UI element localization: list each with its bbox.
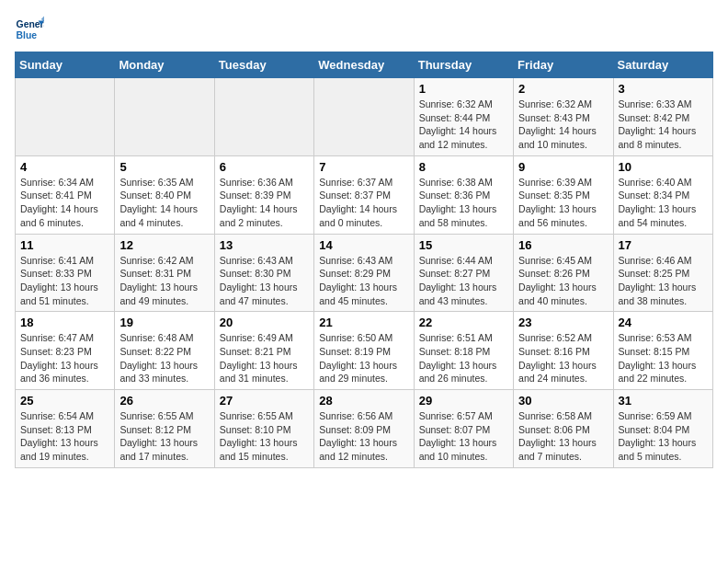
- day-number: 2: [518, 82, 608, 96]
- day-info: Sunrise: 6:43 AMSunset: 8:29 PMDaylight:…: [319, 254, 408, 308]
- day-number: 18: [20, 316, 109, 329]
- day-number: 3: [619, 82, 708, 96]
- day-info: Sunrise: 6:44 AMSunset: 8:27 PMDaylight:…: [419, 254, 508, 308]
- day-number: 31: [619, 394, 708, 408]
- header-thursday: Thursday: [414, 52, 513, 78]
- day-info: Sunrise: 6:36 AMSunset: 8:39 PMDaylight:…: [220, 176, 309, 230]
- day-number: 21: [319, 316, 408, 329]
- day-number: 9: [518, 160, 608, 174]
- calendar-cell: 5Sunrise: 6:35 AMSunset: 8:40 PMDaylight…: [115, 155, 214, 234]
- day-info: Sunrise: 6:53 AMSunset: 8:15 PMDaylight:…: [619, 331, 708, 385]
- calendar-header-row: SundayMondayTuesdayWednesdayThursdayFrid…: [16, 52, 713, 78]
- day-info: Sunrise: 6:39 AMSunset: 8:35 PMDaylight:…: [518, 176, 608, 230]
- day-number: 25: [20, 394, 109, 408]
- header-saturday: Saturday: [613, 52, 712, 78]
- day-number: 10: [619, 160, 708, 174]
- calendar-cell: 16Sunrise: 6:45 AMSunset: 8:26 PMDayligh…: [514, 234, 613, 312]
- day-number: 30: [518, 394, 608, 408]
- day-info: Sunrise: 6:37 AMSunset: 8:37 PMDaylight:…: [319, 176, 408, 230]
- logo: General Blue: [15, 15, 48, 44]
- day-info: Sunrise: 6:41 AMSunset: 8:33 PMDaylight:…: [20, 254, 109, 308]
- calendar-cell: 18Sunrise: 6:47 AMSunset: 8:23 PMDayligh…: [16, 312, 115, 390]
- day-info: Sunrise: 6:56 AMSunset: 8:09 PMDaylight:…: [319, 409, 408, 464]
- day-info: Sunrise: 6:48 AMSunset: 8:22 PMDaylight:…: [119, 331, 209, 385]
- day-info: Sunrise: 6:52 AMSunset: 8:16 PMDaylight:…: [518, 331, 608, 385]
- calendar-week-3: 11Sunrise: 6:41 AMSunset: 8:33 PMDayligh…: [16, 234, 713, 312]
- calendar-cell: 8Sunrise: 6:38 AMSunset: 8:36 PMDaylight…: [414, 155, 513, 234]
- calendar-cell: [314, 78, 414, 156]
- day-number: 22: [419, 316, 508, 329]
- calendar-cell: 17Sunrise: 6:46 AMSunset: 8:25 PMDayligh…: [613, 234, 712, 312]
- calendar-cell: [115, 78, 214, 156]
- calendar-cell: 4Sunrise: 6:34 AMSunset: 8:41 PMDaylight…: [16, 155, 115, 234]
- day-number: 11: [20, 238, 109, 252]
- calendar-week-5: 25Sunrise: 6:54 AMSunset: 8:13 PMDayligh…: [16, 390, 713, 468]
- day-number: 20: [220, 316, 309, 329]
- day-number: 19: [119, 316, 209, 329]
- day-info: Sunrise: 6:42 AMSunset: 8:31 PMDaylight:…: [119, 254, 209, 308]
- header-wednesday: Wednesday: [314, 52, 414, 78]
- calendar-cell: 2Sunrise: 6:32 AMSunset: 8:43 PMDaylight…: [514, 78, 613, 156]
- calendar-cell: 10Sunrise: 6:40 AMSunset: 8:34 PMDayligh…: [613, 155, 712, 234]
- calendar-cell: 30Sunrise: 6:58 AMSunset: 8:06 PMDayligh…: [514, 390, 613, 468]
- day-info: Sunrise: 6:46 AMSunset: 8:25 PMDaylight:…: [619, 254, 708, 308]
- calendar-cell: 24Sunrise: 6:53 AMSunset: 8:15 PMDayligh…: [613, 312, 712, 390]
- calendar-cell: 13Sunrise: 6:43 AMSunset: 8:30 PMDayligh…: [214, 234, 313, 312]
- calendar-cell: 14Sunrise: 6:43 AMSunset: 8:29 PMDayligh…: [314, 234, 414, 312]
- page-header: General Blue: [15, 15, 713, 44]
- calendar-cell: 29Sunrise: 6:57 AMSunset: 8:07 PMDayligh…: [414, 390, 513, 468]
- day-number: 29: [419, 394, 508, 408]
- header-monday: Monday: [115, 52, 214, 78]
- day-number: 26: [119, 394, 209, 408]
- calendar-cell: 12Sunrise: 6:42 AMSunset: 8:31 PMDayligh…: [115, 234, 214, 312]
- calendar-cell: 27Sunrise: 6:55 AMSunset: 8:10 PMDayligh…: [214, 390, 313, 468]
- calendar-cell: [214, 78, 313, 156]
- day-number: 23: [518, 316, 608, 329]
- day-number: 15: [419, 238, 508, 252]
- calendar-cell: 31Sunrise: 6:59 AMSunset: 8:04 PMDayligh…: [613, 390, 712, 468]
- day-info: Sunrise: 6:40 AMSunset: 8:34 PMDaylight:…: [619, 176, 708, 230]
- calendar-cell: 20Sunrise: 6:49 AMSunset: 8:21 PMDayligh…: [214, 312, 313, 390]
- day-info: Sunrise: 6:59 AMSunset: 8:04 PMDaylight:…: [619, 409, 708, 464]
- day-info: Sunrise: 6:50 AMSunset: 8:19 PMDaylight:…: [319, 331, 408, 385]
- day-info: Sunrise: 6:38 AMSunset: 8:36 PMDaylight:…: [419, 176, 508, 230]
- calendar-cell: 6Sunrise: 6:36 AMSunset: 8:39 PMDaylight…: [214, 155, 313, 234]
- calendar-cell: 3Sunrise: 6:33 AMSunset: 8:42 PMDaylight…: [613, 78, 712, 156]
- header-friday: Friday: [514, 52, 613, 78]
- calendar-cell: 28Sunrise: 6:56 AMSunset: 8:09 PMDayligh…: [314, 390, 414, 468]
- day-number: 5: [119, 160, 209, 174]
- calendar-cell: 22Sunrise: 6:51 AMSunset: 8:18 PMDayligh…: [414, 312, 513, 390]
- day-info: Sunrise: 6:43 AMSunset: 8:30 PMDaylight:…: [220, 254, 309, 308]
- day-info: Sunrise: 6:47 AMSunset: 8:23 PMDaylight:…: [20, 331, 109, 385]
- calendar-cell: 19Sunrise: 6:48 AMSunset: 8:22 PMDayligh…: [115, 312, 214, 390]
- day-info: Sunrise: 6:51 AMSunset: 8:18 PMDaylight:…: [419, 331, 508, 385]
- day-number: 27: [220, 394, 309, 408]
- calendar-week-2: 4Sunrise: 6:34 AMSunset: 8:41 PMDaylight…: [16, 155, 713, 234]
- calendar-cell: 11Sunrise: 6:41 AMSunset: 8:33 PMDayligh…: [16, 234, 115, 312]
- day-number: 12: [119, 238, 209, 252]
- svg-text:Blue: Blue: [17, 30, 38, 40]
- day-number: 8: [419, 160, 508, 174]
- day-info: Sunrise: 6:35 AMSunset: 8:40 PMDaylight:…: [119, 176, 209, 230]
- day-number: 13: [220, 238, 309, 252]
- day-number: 1: [419, 82, 508, 96]
- calendar-cell: 26Sunrise: 6:55 AMSunset: 8:12 PMDayligh…: [115, 390, 214, 468]
- calendar-cell: 7Sunrise: 6:37 AMSunset: 8:37 PMDaylight…: [314, 155, 414, 234]
- day-number: 17: [619, 238, 708, 252]
- day-info: Sunrise: 6:58 AMSunset: 8:06 PMDaylight:…: [518, 409, 608, 464]
- day-info: Sunrise: 6:55 AMSunset: 8:10 PMDaylight:…: [220, 409, 309, 464]
- calendar-week-4: 18Sunrise: 6:47 AMSunset: 8:23 PMDayligh…: [16, 312, 713, 390]
- logo-icon: General Blue: [15, 15, 44, 44]
- calendar-cell: 25Sunrise: 6:54 AMSunset: 8:13 PMDayligh…: [16, 390, 115, 468]
- day-info: Sunrise: 6:32 AMSunset: 8:43 PMDaylight:…: [518, 98, 608, 152]
- day-info: Sunrise: 6:55 AMSunset: 8:12 PMDaylight:…: [119, 409, 209, 464]
- day-info: Sunrise: 6:49 AMSunset: 8:21 PMDaylight:…: [220, 331, 309, 385]
- calendar-table: SundayMondayTuesdayWednesdayThursdayFrid…: [15, 52, 713, 468]
- calendar-cell: [16, 78, 115, 156]
- day-number: 6: [220, 160, 309, 174]
- day-info: Sunrise: 6:57 AMSunset: 8:07 PMDaylight:…: [419, 409, 508, 464]
- day-info: Sunrise: 6:45 AMSunset: 8:26 PMDaylight:…: [518, 254, 608, 308]
- day-number: 24: [619, 316, 708, 329]
- day-info: Sunrise: 6:33 AMSunset: 8:42 PMDaylight:…: [619, 98, 708, 152]
- day-info: Sunrise: 6:32 AMSunset: 8:44 PMDaylight:…: [419, 98, 508, 152]
